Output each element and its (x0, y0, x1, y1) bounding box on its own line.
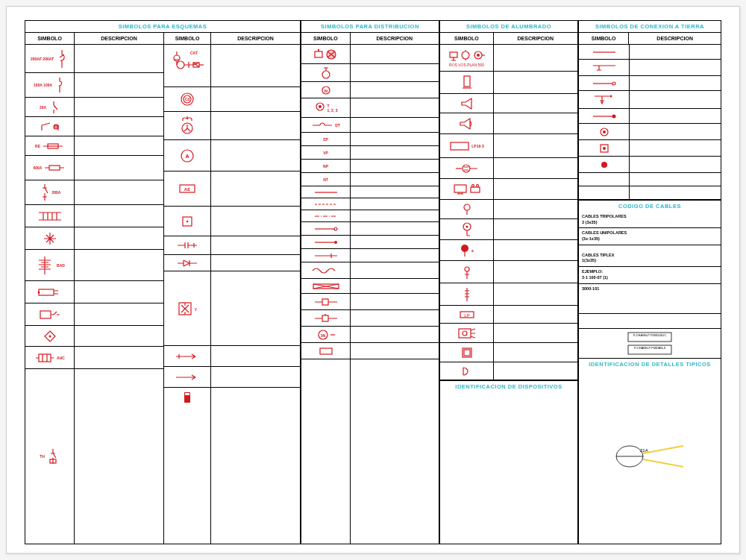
ammeter-icon: A (180, 148, 195, 163)
svg-rect-50 (454, 185, 466, 192)
valve-icon (42, 230, 58, 247)
svg-rect-64 (464, 350, 470, 356)
section-alumbrado: SIMBOLOS DE ALUMBRADO SIMBOLO DESCRIPCIO… (439, 20, 578, 544)
tap-icon: TH (40, 447, 60, 465)
tag-boxes: P-CHANN-P P400500-IC P-CHANN-P P400AN-S (579, 329, 721, 359)
title-distribucion: SIMBOLOS PARA DISTRIBUCION (301, 20, 439, 32)
svg-rect-25 (185, 393, 189, 395)
svg-point-30 (322, 71, 330, 78)
double-square-icon (461, 347, 473, 359)
svg-point-67 (612, 114, 615, 118)
hdr: SIMBOLO (440, 32, 494, 45)
svg-point-65 (612, 82, 615, 85)
hdr: DESCRIPCION (351, 32, 439, 45)
svg-text:N: N (324, 89, 327, 93)
symbol-legend-sheet: SIMBOLOS PARA ESQUEMAS SIMBOLO DESCRIPCI… (25, 20, 721, 544)
disconnect-icon: 200A (39, 183, 61, 202)
fuse-icon: 600A (34, 164, 66, 172)
lamp-icon (321, 66, 331, 80)
fixture-icon (448, 49, 486, 63)
junction-icon (313, 297, 339, 307)
title-esquemas: SIMBOLOS PARA ESQUEMAS (25, 20, 301, 32)
svg-rect-4 (39, 289, 54, 295)
pendant-icon (462, 203, 472, 216)
svg-point-62 (463, 331, 467, 336)
svg-point-27 (317, 48, 319, 50)
motor-icon (37, 286, 63, 298)
svg-rect-51 (471, 187, 480, 192)
svg-rect-3 (49, 166, 60, 170)
contact-icon: M (40, 121, 60, 133)
label-icon: NP (323, 164, 328, 169)
diode-icon (176, 259, 198, 268)
svg-rect-48 (451, 142, 468, 150)
ground-dot-icon (592, 81, 617, 86)
line-tick-icon (313, 252, 339, 259)
cable-note: CABLES TIPLEX 1(3x35) (579, 245, 721, 267)
junction-icon (313, 313, 339, 324)
section-esquemas: SIMBOLOS PARA ESQUEMAS SIMBOLO DESCRIPCI… (25, 20, 301, 544)
drawing-frame: SIMBOLOS PARA ESQUEMAS SIMBOLO DESCRIPCI… (6, 6, 740, 554)
thermostat-icon: T 1, 2, 3 (314, 102, 338, 114)
hdr: SIMBOLO (301, 32, 351, 45)
relay-icon (39, 308, 61, 321)
svg-text:CAT: CAT (190, 51, 198, 55)
svg-rect-39 (322, 315, 328, 321)
svg-point-7 (48, 335, 51, 337)
square-target-icon (599, 143, 609, 154)
title-codigo: CODIGO DE CABLES (579, 200, 721, 212)
svg-point-57 (461, 245, 468, 252)
svg-rect-61 (459, 329, 471, 338)
svg-point-46 (477, 54, 480, 57)
interlock-icon: y (177, 301, 197, 317)
line-filldot-icon (313, 239, 339, 245)
breaker-icon: 100A 100A (34, 76, 66, 94)
speaker-icon (459, 98, 475, 110)
diamond-icon (43, 330, 57, 343)
hdr: DESCRIPCION (629, 32, 721, 45)
detail-tag: 21A (579, 370, 721, 545)
photocell-icon (457, 327, 477, 339)
target-icon (599, 127, 609, 137)
cable-note: EJEMPLO: 3-1 100-07 (1) (579, 267, 721, 283)
wave-icon (311, 265, 341, 276)
speaker-double-icon (457, 117, 477, 130)
svg-text:LP: LP (464, 313, 469, 318)
box-icon: AE (178, 183, 196, 194)
title-dispositivos: IDENTIFICACION DE DISPOSITIVOS (440, 380, 578, 392)
busbar-icon (312, 283, 340, 290)
cable-note (579, 314, 721, 329)
title-tierra: SIMBOLOS DE CONEXION A TIERRA (579, 20, 721, 32)
label-icon: EP (323, 137, 328, 142)
svg-rect-42 (320, 348, 332, 354)
line-dot-icon (313, 226, 339, 232)
svg-point-56 (466, 225, 468, 227)
section-tierra: SIMBOLOS DE CONEXION A TIERRA SIMBOLO DE… (578, 20, 721, 544)
hdr: SIMBOLO (579, 32, 629, 45)
hdr: DESCRIPCION (494, 32, 578, 45)
label-icon: VP (323, 151, 328, 155)
emergency-icon (462, 264, 472, 280)
arrow-icon (175, 374, 200, 381)
ground-fill-icon (592, 113, 617, 119)
svg-point-44 (462, 51, 469, 59)
hdr: DESCRIPCION (211, 32, 301, 45)
line-icon (313, 190, 339, 195)
svg-rect-43 (450, 52, 457, 57)
cable-note: CABLES TRIPOLARES 3 (3x35) (579, 212, 721, 228)
fuse-icon: RE (35, 142, 64, 150)
svg-rect-6 (40, 311, 51, 318)
svg-rect-26 (315, 51, 322, 57)
switch-3way-icon (462, 286, 472, 303)
outlet-icon (313, 48, 339, 60)
multi-switch-icon: a (460, 243, 474, 258)
svg-point-22 (186, 220, 187, 221)
svg-rect-8 (39, 354, 51, 362)
dashed-line-icon (313, 202, 339, 207)
title-alumbrado: SIMBOLOS DE ALUMBRADO (440, 20, 578, 32)
svg-text:M: M (54, 125, 57, 129)
cable-note: 3000-101 (579, 284, 721, 314)
svg-text:3N: 3N (320, 333, 325, 338)
transformer-icon: CAT (169, 49, 206, 82)
circle-label-icon: 3N (317, 330, 335, 340)
